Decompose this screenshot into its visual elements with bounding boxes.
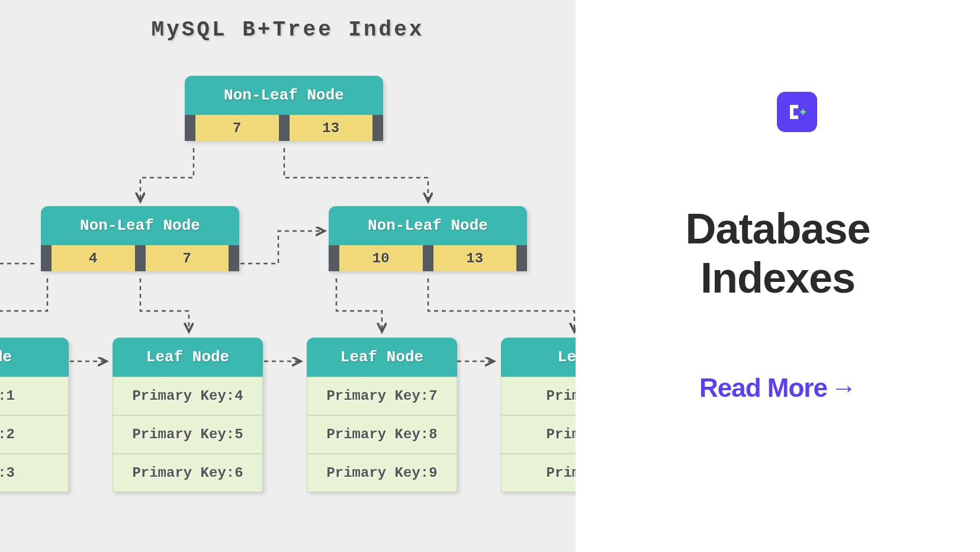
leaf-node-0: Node Key:1 Key:2 Key:3 <box>0 338 69 492</box>
key-anchor <box>135 245 146 271</box>
key-cell: 13 <box>290 115 373 141</box>
leaf-row: Key:1 <box>0 377 69 415</box>
leaf-row: Key:3 <box>0 454 69 492</box>
key-anchor <box>185 115 195 141</box>
leaf-row: Primary Key:6 <box>113 454 263 492</box>
heading-line-1: Database <box>685 205 870 252</box>
node-key-row: 4 7 <box>41 245 239 271</box>
brand-logo-icon <box>777 92 817 132</box>
heading-line-2: Indexes <box>701 254 855 301</box>
node-label: Non-Leaf Node <box>185 76 383 115</box>
key-anchor <box>329 245 339 271</box>
arrow-right-icon: → <box>831 373 856 402</box>
leaf-row: Primary Key:9 <box>307 454 457 492</box>
key-cell: 7 <box>146 245 229 271</box>
leaf-node-3: Leaf Primary Primary Primary <box>501 338 576 492</box>
key-cell: 13 <box>433 245 517 271</box>
key-anchor <box>41 245 52 271</box>
read-more-link[interactable]: Read More→ <box>576 373 980 403</box>
diagram-title: MySQL B+Tree Index <box>152 18 425 42</box>
leaf-row: Primary <box>501 454 576 492</box>
key-anchor <box>229 245 239 271</box>
leaf-node-2: Leaf Node Primary Key:7 Primary Key:8 Pr… <box>307 338 457 492</box>
read-more-text: Read More <box>699 373 827 402</box>
key-cell: 4 <box>52 245 135 271</box>
key-anchor <box>372 115 383 141</box>
key-anchor <box>516 245 527 271</box>
node-label: Non-Leaf Node <box>41 206 239 245</box>
node-key-row: 10 13 <box>329 245 527 271</box>
node-label: Leaf <box>501 338 576 377</box>
sidebar-panel: Database Indexes Read More→ <box>576 0 980 552</box>
node-label: Leaf Node <box>113 338 263 377</box>
leaf-node-1: Leaf Node Primary Key:4 Primary Key:5 Pr… <box>113 338 263 492</box>
leaf-row: Primary Key:8 <box>307 415 457 454</box>
leaf-row: Primary <box>501 415 576 454</box>
node-label: Non-Leaf Node <box>329 206 527 245</box>
leaf-row: Key:2 <box>0 415 69 454</box>
leaf-row: Primary Key:7 <box>307 377 457 415</box>
page-title: Database Indexes <box>576 204 980 303</box>
key-anchor <box>423 245 433 271</box>
key-cell: 7 <box>195 115 279 141</box>
node-key-row: 7 13 <box>185 115 383 141</box>
node-label: Leaf Node <box>307 338 457 377</box>
leaf-row: Primary Key:4 <box>113 377 263 415</box>
leaf-row: Primary <box>501 377 576 415</box>
non-leaf-node-left: Non-Leaf Node 4 7 <box>41 206 239 271</box>
diagram-panel: MySQL B+Tree Index Non-Leaf Node 7 <box>0 0 576 552</box>
key-anchor <box>279 115 290 141</box>
leaf-row: Primary Key:5 <box>113 415 263 454</box>
node-label: Node <box>0 338 69 377</box>
non-leaf-node-right: Non-Leaf Node 10 13 <box>329 206 527 271</box>
key-cell: 10 <box>339 245 423 271</box>
root-non-leaf-node: Non-Leaf Node 7 13 <box>185 76 383 141</box>
